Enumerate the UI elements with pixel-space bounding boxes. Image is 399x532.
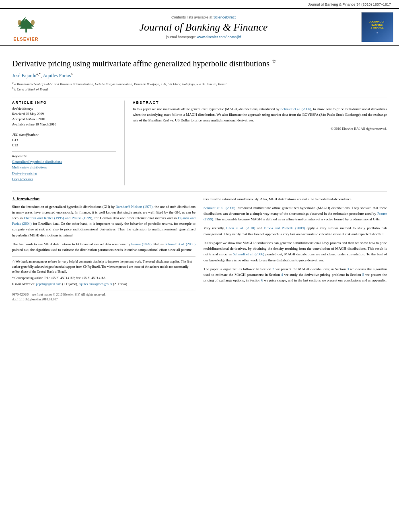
article-info-header: ARTICLE INFO [12, 101, 116, 105]
ref-section-6[interactable]: 6 [261, 278, 263, 282]
bottom-bar-text-2: doi:10.1016/j.jbankfin.2010.03.007 [12, 297, 195, 302]
keywords-block: Keywords: Generalized hyperbolic distrib… [12, 154, 116, 182]
star-symbol: ☆ [271, 58, 277, 64]
ref-section-4[interactable]: 4 [281, 273, 283, 277]
ref-schmidt-2006-r[interactable]: Schmidt et al. (2006) [204, 206, 235, 210]
footnote-1: ☆ We thank an anonymous referee for very… [12, 259, 195, 274]
keyword-3[interactable]: Derivative pricing [12, 170, 116, 176]
footnote-3: E-mail addresses: pepefu@gmail.com (J. F… [12, 282, 195, 287]
abstract-text: In this paper we use multivariate affine… [133, 107, 387, 123]
right-para-4: In this paper we show that MAGH distribu… [204, 240, 387, 263]
ref-prause[interactable]: Prause (1999) [131, 242, 151, 246]
body-left-column: 1. Introduction Since the introduction o… [12, 196, 195, 302]
ref-section-2[interactable]: 2 [272, 267, 274, 271]
abstract-column: ABSTRACT In this paper we use multivaria… [125, 101, 387, 185]
keyword-2[interactable]: Multivariate distributions [12, 164, 116, 170]
footnote-2: * Corresponding author. Tel.: +55 21 450… [12, 276, 195, 281]
ref-broda[interactable]: Broda and Paolella (2009) [264, 226, 305, 230]
article-history-block: Article history: Received 25 May 2009 Ac… [12, 107, 116, 127]
jel-block: JEL classification: G13 C13 [12, 133, 116, 148]
abstract-header: ABSTRACT [133, 101, 387, 105]
keyword-4[interactable]: Lévy processes [12, 176, 116, 182]
email-fajardo[interactable]: pepefu@gmail.com [36, 282, 62, 286]
intro-para-2: The first work to use MGH distributions … [12, 241, 195, 253]
sciencedirect-line: Contents lists available at ScienceDirec… [171, 15, 236, 19]
footnote-section: ☆ We thank an anonymous referee for very… [12, 257, 195, 287]
journal-mini-cover: JOURNAL OFBANKING& FINANCE ■ [361, 12, 393, 42]
authors-line: José Fajardoa,*, Aquiles Fariasb [12, 72, 387, 79]
right-para-5: The paper is organized as follows: In Se… [204, 266, 387, 283]
author-fajardo-sup: a,* [36, 72, 41, 76]
divider-1 [12, 130, 116, 130]
right-para-1: ters must be estimated simultaneously. A… [204, 196, 387, 202]
author-farias[interactable]: Aquiles Farias [43, 73, 71, 78]
author-farias-sup: b [71, 72, 73, 76]
abstract-ref-schmidt[interactable]: Schmidt et al. (2006) [280, 107, 311, 111]
ref-prause-r[interactable]: Prause (1999) [204, 212, 387, 221]
ref-eberlein[interactable]: Eberlein and Keller (1995) and Prause (1… [24, 216, 92, 220]
body-section: 1. Introduction Since the introduction o… [12, 191, 387, 302]
affiliation-b: b b Central Bank of Brazil [12, 86, 387, 92]
affiliation-b-text: b Central Bank of Brazil [14, 87, 48, 91]
affiliations: a a Brazilian School of Public and Busin… [12, 81, 387, 92]
jel-label: JEL classification: [12, 133, 116, 137]
article-info-column: ARTICLE INFO Article history: Received 2… [12, 101, 125, 185]
sciencedirect-label: Contents lists available at [171, 15, 212, 19]
keywords-label: Keywords: [12, 154, 116, 158]
homepage-label: journal homepage: [166, 35, 196, 39]
article-title: Derivative pricing using multivariate af… [12, 58, 387, 69]
right-para-3: Very recently, Chen et al. (2010) and Br… [204, 225, 387, 236]
journal-header: ELSEVIER Contents lists available at Sci… [0, 8, 399, 46]
body-right-column: ters must be estimated simultaneously. A… [204, 196, 387, 302]
jel-g13: G13 [12, 138, 116, 143]
journal-reference: Journal of Banking & Finance 34 (2010) 1… [0, 0, 399, 8]
affiliation-a-text: a Brazilian School of Public and Busines… [14, 82, 226, 86]
intro-para-1: Since the introduction of generalized hy… [12, 204, 195, 238]
elsevier-tree-icon [14, 13, 38, 35]
intro-section-title: 1. Introduction [12, 196, 195, 201]
accepted-date: Accepted 6 March 2010 [12, 117, 116, 122]
journal-cover-container: JOURNAL OFBANKING& FINANCE ■ [355, 9, 399, 45]
received-date: Received 25 May 2009 [12, 111, 116, 117]
svg-point-5 [17, 20, 21, 25]
ref-schmidt-r2[interactable]: Schmidt et al. (2006) [233, 252, 264, 256]
journal-banner-center: Contents lists available at ScienceDirec… [52, 9, 355, 45]
main-content: Derivative pricing using multivariate af… [0, 46, 399, 308]
elsevier-logo: ELSEVIER [13, 13, 38, 41]
journal-title-banner: Journal of Banking & Finance [139, 21, 267, 33]
bottom-bar-text-1: 0378-4266/$ – see front matter © 2010 El… [12, 292, 195, 297]
svg-point-6 [31, 20, 34, 25]
title-text: Derivative pricing using multivariate af… [12, 59, 269, 68]
page: Journal of Banking & Finance 34 (2010) 1… [0, 0, 399, 532]
journal-ref-text: Journal of Banking & Finance 34 (2010) 1… [308, 2, 391, 6]
affiliation-a: a a Brazilian School of Public and Busin… [12, 81, 387, 87]
jel-c13: C13 [12, 143, 116, 148]
ref-schmidt-2006[interactable]: Schmidt et al. (2006) [165, 242, 195, 246]
journal-homepage-line: journal homepage: www.elsevier.com/locat… [166, 35, 241, 39]
ref-chen[interactable]: Chen et al. (2010) [226, 226, 255, 230]
keyword-1[interactable]: Generalized hyperbolic distributions [12, 159, 116, 164]
ref-section-5[interactable]: 5 [362, 273, 364, 277]
divider-2 [12, 151, 116, 152]
mini-cover-detail: ■ [376, 31, 378, 34]
right-para-2: Schmidt et al. (2006) introduced multiva… [204, 205, 387, 222]
copyright-line: © 2010 Elsevier B.V. All rights reserved… [133, 127, 387, 131]
elsevier-text: ELSEVIER [13, 37, 38, 41]
ref-section-3[interactable]: 3 [347, 267, 349, 271]
ref-barndorff[interactable]: Barndorff-Nielsen (1977) [115, 205, 152, 209]
email-farias[interactable]: aquiles.farias@bcb.gov.br [79, 282, 113, 286]
mini-cover-title: JOURNAL OFBANKING& FINANCE [369, 21, 385, 30]
author-fajardo[interactable]: José Fajardo [12, 73, 36, 78]
sciencedirect-link[interactable]: ScienceDirect [214, 15, 236, 19]
history-label: Article history: [12, 107, 116, 111]
bottom-bar: 0378-4266/$ – see front matter © 2010 El… [12, 290, 195, 302]
elsevier-logo-container: ELSEVIER [0, 9, 52, 45]
available-date: Available online 10 March 2010 [12, 122, 116, 127]
article-info-abstract-section: ARTICLE INFO Article history: Received 2… [12, 97, 387, 185]
homepage-url: www.elsevier.com/locate/jbf [197, 35, 241, 39]
